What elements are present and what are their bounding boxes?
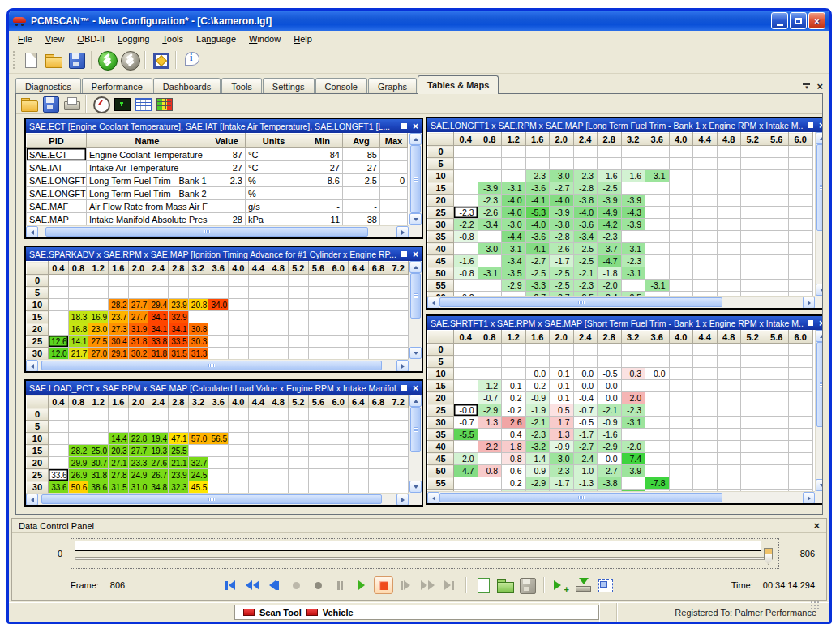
scroll-up-button[interactable]	[816, 330, 822, 342]
map-cell[interactable]: 29.1	[108, 348, 128, 360]
map-cell[interactable]	[388, 469, 409, 481]
pid-cell[interactable]: 27	[208, 161, 246, 174]
map-cell[interactable]	[478, 170, 502, 182]
map-cell[interactable]	[188, 275, 208, 287]
map-cell[interactable]	[388, 323, 409, 336]
map-cell[interactable]	[741, 368, 765, 380]
map-cell[interactable]	[368, 311, 388, 323]
map-cell[interactable]: 27.7	[128, 445, 148, 457]
map-cell[interactable]	[454, 243, 478, 255]
map-cell[interactable]: 0.0	[598, 453, 622, 465]
freeze-frame-button[interactable]	[149, 49, 172, 71]
map-cell[interactable]: -2.9	[598, 441, 622, 453]
map-cell[interactable]	[669, 219, 693, 231]
scrollbar-track[interactable]	[409, 407, 422, 481]
map-cell[interactable]	[789, 477, 813, 490]
map-cell[interactable]	[308, 323, 328, 336]
close-icon[interactable]: ×	[413, 250, 418, 259]
map-cell[interactable]	[765, 207, 789, 219]
map-cell[interactable]	[693, 219, 718, 231]
map-cell[interactable]: -2.6	[478, 207, 502, 219]
map-cell[interactable]	[148, 408, 169, 421]
map-cell[interactable]	[208, 287, 229, 299]
window-titlebar[interactable]: SAE.LOAD_PCT x SAE.RPM x SAE.MAP [Calcul…	[26, 381, 422, 395]
map-cell[interactable]	[478, 344, 502, 356]
map-cell[interactable]	[388, 311, 409, 323]
map-cell[interactable]	[478, 146, 502, 158]
map-cell[interactable]	[248, 457, 268, 469]
map-cell[interactable]	[188, 287, 208, 299]
map-cell[interactable]	[308, 469, 328, 481]
map-cell[interactable]	[621, 146, 645, 158]
map-cell[interactable]	[48, 311, 68, 323]
map-cell[interactable]: -2.3	[525, 429, 550, 441]
map-cell[interactable]: 19.3	[148, 445, 169, 457]
step-forward-button[interactable]	[396, 576, 415, 594]
map-cell[interactable]: -1.9	[525, 404, 550, 417]
map-cell[interactable]	[741, 380, 765, 392]
map-cell[interactable]: -3.5	[502, 267, 526, 280]
map-cell[interactable]	[741, 243, 765, 255]
map-cell[interactable]	[368, 408, 388, 421]
map-cell[interactable]: -3.9	[478, 182, 502, 195]
map-cell[interactable]	[208, 445, 229, 457]
map-cell[interactable]: -4.1	[525, 195, 550, 207]
scroll-left-button[interactable]	[427, 297, 439, 308]
map-cell[interactable]	[308, 299, 328, 311]
map-cell[interactable]	[765, 404, 789, 417]
scrollbar-track[interactable]	[816, 144, 822, 284]
pid-cell[interactable]: Long Term Fuel Trim - Bank 2	[87, 187, 208, 200]
fast-forward-button[interactable]	[418, 576, 437, 594]
tab-console[interactable]: Console	[315, 78, 367, 94]
map-cell[interactable]	[388, 421, 409, 433]
vertical-scrollbar[interactable]	[815, 132, 822, 296]
horizontal-scrollbar[interactable]	[427, 296, 815, 308]
map-cell[interactable]: -3.9	[621, 219, 645, 231]
pid-cell[interactable]	[380, 187, 408, 200]
map-cell[interactable]: -0.9	[598, 417, 622, 429]
map-cell[interactable]	[108, 287, 128, 299]
step-back-button[interactable]	[264, 576, 284, 594]
maximize-button[interactable]	[790, 12, 807, 29]
map-cell[interactable]	[741, 344, 765, 356]
map-cell[interactable]: -3.0	[550, 170, 574, 182]
map-cell[interactable]: -7.4	[621, 453, 645, 465]
map-cell[interactable]	[208, 336, 229, 348]
map-cell[interactable]	[789, 207, 813, 219]
pid-cell[interactable]: 85	[343, 148, 380, 161]
map-cell[interactable]	[188, 421, 208, 433]
pid-cell[interactable]: 38	[343, 213, 380, 226]
map-cell[interactable]	[693, 207, 718, 219]
menu-file[interactable]: File	[11, 32, 39, 45]
scroll-up-button[interactable]	[409, 133, 422, 145]
map-cell[interactable]	[621, 182, 645, 195]
map-cell[interactable]	[454, 170, 478, 182]
map-cell[interactable]	[645, 417, 670, 429]
map-cell[interactable]: 14.4	[108, 433, 128, 445]
scroll-down-button[interactable]	[816, 284, 822, 296]
map-cell[interactable]: -2.5	[550, 267, 574, 280]
scrollbar-track[interactable]	[38, 226, 396, 237]
map-cell[interactable]	[108, 421, 128, 433]
map-cell[interactable]	[789, 465, 813, 477]
map-cell[interactable]	[368, 348, 388, 360]
map-cell[interactable]	[645, 146, 670, 158]
map-cell[interactable]	[478, 356, 502, 368]
about-button[interactable]	[180, 49, 203, 71]
map-cell[interactable]	[288, 445, 308, 457]
map-cell[interactable]	[765, 453, 789, 465]
map-cell[interactable]	[765, 429, 789, 441]
map-cell[interactable]	[693, 441, 718, 453]
map-cell[interactable]	[388, 408, 409, 421]
map-cell[interactable]: -2.3	[525, 170, 550, 182]
map-cell[interactable]: -1.6	[598, 429, 622, 441]
map-cell[interactable]	[765, 368, 789, 380]
map-cell[interactable]: -2.1	[525, 417, 550, 429]
map-cell[interactable]	[229, 408, 249, 421]
map-cell[interactable]	[478, 477, 502, 490]
map-cell[interactable]: 23.9	[168, 469, 188, 481]
map-cell[interactable]	[645, 243, 670, 255]
map-cell[interactable]: 33.6	[48, 469, 68, 481]
map-cell[interactable]: 27.0	[88, 348, 109, 360]
map-cell[interactable]	[765, 356, 789, 368]
